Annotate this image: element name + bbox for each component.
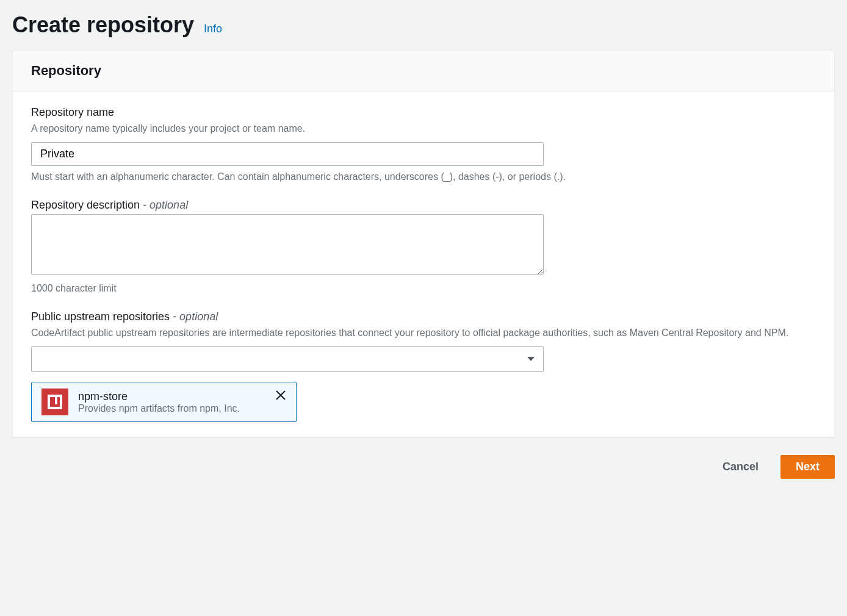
card-header: Repository: [13, 51, 834, 91]
next-button[interactable]: Next: [780, 455, 835, 479]
close-icon[interactable]: [274, 389, 287, 404]
card-title: Repository: [31, 63, 816, 79]
repository-name-constraint: Must start with an alphanumeric characte…: [31, 170, 816, 184]
upstream-chip-npm-store: npm-store Provides npm artifacts from np…: [31, 382, 297, 422]
repository-description-label-text: Repository description: [31, 199, 140, 211]
page-title: Create repository: [12, 12, 194, 38]
upstream-help: CodeArtifact public upstream repositorie…: [31, 326, 816, 340]
footer-actions: Cancel Next: [12, 454, 835, 479]
repository-description-input[interactable]: [31, 214, 544, 275]
svg-rect-3: [55, 397, 57, 404]
repository-description-group: Repository description - optional 1000 c…: [31, 199, 816, 296]
upstream-label-text: Public upstream repositories: [31, 310, 170, 323]
upstream-label: Public upstream repositories - optional: [31, 310, 816, 323]
npm-icon: [41, 389, 68, 415]
chip-description: Provides npm artifacts from npm, Inc.: [78, 403, 286, 414]
repository-description-label: Repository description - optional: [31, 199, 816, 212]
chip-title: npm-store: [78, 390, 286, 403]
info-link[interactable]: Info: [204, 23, 222, 35]
repository-name-label: Repository name: [31, 106, 816, 119]
upstream-repositories-group: Public upstream repositories - optional …: [31, 310, 816, 422]
cancel-button[interactable]: Cancel: [710, 454, 771, 479]
repository-description-constraint: 1000 character limit: [31, 281, 816, 296]
repository-name-input[interactable]: [31, 142, 544, 166]
optional-suffix: - optional: [170, 310, 218, 323]
repository-name-group: Repository name A repository name typica…: [31, 106, 816, 184]
upstream-select[interactable]: [31, 346, 544, 372]
repository-card: Repository Repository name A repository …: [12, 50, 835, 437]
optional-suffix: - optional: [140, 199, 188, 211]
repository-name-help: A repository name typically includes you…: [31, 121, 816, 136]
